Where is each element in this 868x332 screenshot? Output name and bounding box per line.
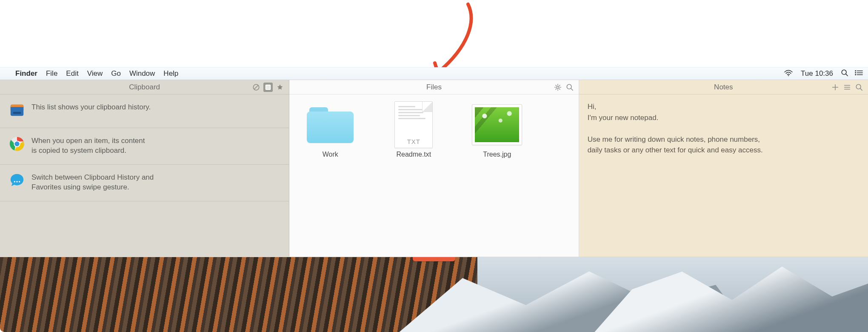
clipboard-header: Clipboard: [0, 80, 289, 94]
svg-rect-14: [266, 88, 270, 89]
folder-icon: [307, 106, 354, 143]
svg-point-23: [16, 181, 17, 182]
panels-row: Clipboard: [0, 80, 868, 257]
svg-point-33: [856, 84, 861, 89]
menu-view[interactable]: View: [87, 69, 103, 78]
chrome-icon: [9, 136, 26, 153]
notes-title: Notes: [714, 83, 733, 92]
files-title: Files: [426, 83, 442, 92]
wallet-icon: [9, 102, 26, 119]
svg-point-25: [557, 86, 559, 88]
notes-search-icon[interactable]: [854, 83, 864, 92]
menubar: Finder File Edit View Go Window Help Tue…: [0, 67, 868, 80]
svg-rect-18: [13, 112, 21, 114]
file-label: Readme.txt: [396, 151, 431, 158]
clipboard-item-line2: is copied to system clipboard.: [31, 146, 145, 156]
clipboard-item[interactable]: This list shows your clipboard history.: [0, 94, 289, 128]
menu-go[interactable]: Go: [111, 69, 121, 78]
clipboard-item-line1: This list shows your clipboard history.: [31, 103, 151, 112]
notes-add-icon[interactable]: [831, 83, 840, 92]
files-settings-icon[interactable]: [553, 83, 562, 92]
file-label: Trees.jpg: [483, 151, 511, 158]
dock-indicator: [413, 257, 455, 261]
txt-icon: TXT: [394, 101, 433, 148]
panel-files: Files Work: [289, 80, 579, 257]
clipboard-item[interactable]: When you open an item, its content is co…: [0, 128, 289, 165]
svg-point-0: [788, 75, 789, 76]
txt-tag: TXT: [395, 138, 432, 145]
files-header: Files: [289, 80, 578, 94]
svg-line-34: [860, 89, 862, 90]
spotlight-icon[interactable]: [841, 69, 848, 79]
clipboard-favorites-icon[interactable]: [275, 83, 285, 92]
svg-line-27: [571, 89, 573, 90]
svg-point-21: [14, 141, 19, 146]
svg-line-10: [254, 85, 258, 89]
svg-point-5: [855, 72, 856, 73]
svg-point-24: [19, 181, 20, 182]
svg-point-22: [14, 181, 15, 182]
messages-icon: [9, 172, 26, 189]
clipboard-list: This list shows your clipboard history.: [0, 94, 289, 201]
svg-rect-17: [11, 107, 23, 110]
files-body: Work TXT Readme.txt Trees.jpg: [289, 94, 578, 257]
file-image[interactable]: Trees.jpg: [467, 103, 527, 248]
panel-notes: Notes Hi, I'm your new notepad. Use me f…: [579, 80, 868, 257]
panel-clipboard: Clipboard: [0, 80, 289, 257]
clipboard-item-line2: Favorites using swipe gesture.: [31, 183, 154, 192]
notes-body[interactable]: Hi, I'm your new notepad. Use me for wri…: [579, 94, 868, 257]
app-menu[interactable]: Finder: [15, 69, 37, 78]
desktop-wallpaper: [0, 257, 868, 332]
clipboard-list-icon[interactable]: [263, 83, 273, 92]
clipboard-item-line1: When you open an item, its content: [31, 136, 145, 146]
menu-file[interactable]: File: [46, 69, 57, 78]
file-txt[interactable]: TXT Readme.txt: [384, 103, 443, 248]
svg-line-2: [846, 74, 848, 76]
notes-list-icon[interactable]: [842, 83, 852, 92]
clipboard-item-line1: Switch between Clipboard History and: [31, 173, 154, 183]
files-search-icon[interactable]: [565, 83, 574, 92]
file-label: Work: [323, 151, 338, 158]
menu-window[interactable]: Window: [129, 69, 155, 78]
clipboard-title: Clipboard: [129, 83, 160, 92]
svg-point-26: [567, 84, 571, 89]
menu-help[interactable]: Help: [163, 69, 178, 78]
menubar-list-icon[interactable]: [854, 69, 863, 78]
svg-point-3: [855, 70, 856, 72]
notes-header: Notes: [579, 80, 868, 94]
svg-rect-12: [266, 86, 270, 86]
image-thumb-icon: [472, 104, 522, 145]
svg-point-7: [855, 74, 856, 75]
file-folder[interactable]: Work: [300, 103, 360, 248]
clipboard-clear-icon[interactable]: [251, 83, 261, 92]
svg-rect-13: [266, 87, 270, 88]
menubar-clock[interactable]: Tue 10:36: [799, 69, 835, 78]
wifi-icon[interactable]: [784, 69, 793, 78]
svg-point-1: [842, 70, 846, 74]
menu-edit[interactable]: Edit: [66, 69, 78, 78]
clipboard-item[interactable]: Switch between Clipboard History and Fav…: [0, 165, 289, 201]
